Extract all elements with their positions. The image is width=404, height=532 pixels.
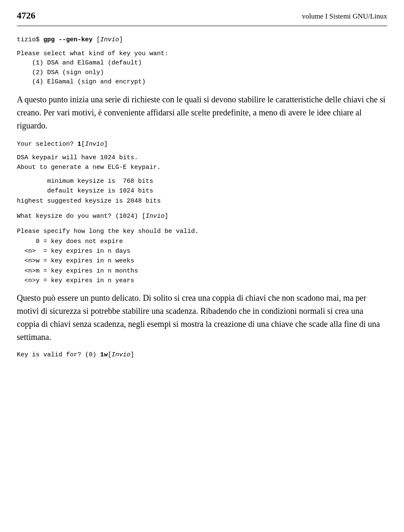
command-gpg: gpg --gen-key	[43, 36, 93, 43]
selection-invio: [Invio]	[81, 141, 108, 148]
dsa-section: DSA keypair will have 1024 bits. About t…	[17, 153, 387, 172]
header-separator	[17, 26, 387, 26]
valid-prompt-text: Please specify how long the key should b…	[17, 227, 387, 237]
selection-prompt: Please select what kind of key you want:	[17, 49, 387, 59]
final-invio: [Invio]	[108, 351, 134, 358]
keysize-section: minimum keysize is 768 bits default keys…	[17, 176, 387, 206]
selection-value: 1	[77, 141, 81, 148]
command-prompt: tizio$	[17, 36, 43, 43]
key-option-1: (1) DSA and ElGamal (default)	[17, 59, 387, 68]
your-selection-section: Your selection? 1[Invio]	[17, 138, 387, 150]
valid-options: 0 = key does not expire <n> = key expire…	[17, 237, 387, 286]
invio-text-3: Invio	[146, 213, 165, 220]
page-number: 4726	[17, 8, 35, 22]
final-prompt-text: Key is valid for? (0)	[17, 351, 100, 358]
dsa-line: DSA keypair will have 1024 bits.	[17, 153, 387, 163]
keysize-prompt-text: What keysize do you want? (1024) [Invio]	[17, 213, 168, 220]
prose-text-2: Questo può essere un punto delicato. Di …	[17, 291, 387, 344]
key-option-2: (2) DSA (sign only)	[17, 68, 387, 78]
final-prompt-section: Key is valid for? (0) 1w[Invio]	[17, 349, 387, 360]
invio-text: Invio	[100, 36, 119, 43]
prose-section-2: Questo può essere un punto delicato. Di …	[17, 291, 387, 344]
your-selection-prompt: Your selection?	[17, 141, 77, 148]
invio-text-4: Invio	[112, 351, 130, 358]
valid-prompt-section: Please specify how long the key should b…	[17, 227, 387, 286]
prose-text-1: A questo punto inizia una serie di richi…	[17, 93, 387, 132]
command-line-section: tizio$ gpg --gen-key [Invio]	[17, 34, 387, 45]
keysize-prompt-section: What keysize do you want? (1024) [Invio]	[17, 210, 387, 222]
command-invio: [Invio]	[93, 36, 123, 43]
key-option-4: (4) ElGamal (sign and encrypt)	[17, 78, 387, 87]
elg-line: About to generate a new ELG-E keypair.	[17, 163, 387, 173]
keysize-lines: minimum keysize is 768 bits default keys…	[17, 176, 387, 206]
key-selection-section: Please select what kind of key you want:…	[17, 49, 387, 87]
invio-text-2: Invio	[85, 141, 104, 148]
volume-info: volume I Sistemi GNU/Linux	[302, 11, 387, 22]
final-value: 1w	[100, 351, 108, 358]
prose-section-1: A questo punto inizia una serie di richi…	[17, 93, 387, 132]
page-header: 4726 volume I Sistemi GNU/Linux	[17, 8, 387, 22]
